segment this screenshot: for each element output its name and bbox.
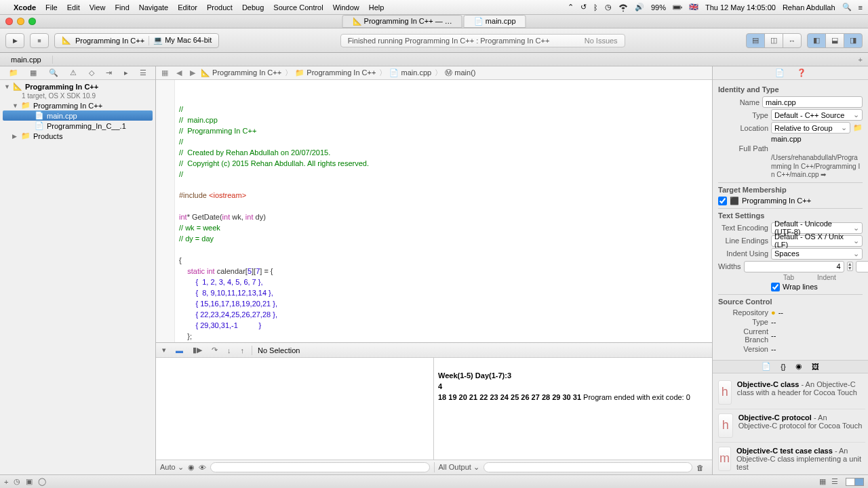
continue-button[interactable]: ▮▶ xyxy=(191,346,204,354)
menu-window[interactable]: Window xyxy=(333,3,359,12)
library-list[interactable]: hObjective-C class - An Objective-C clas… xyxy=(713,373,868,475)
variables-view[interactable] xyxy=(156,358,434,460)
file-inspector-tab[interactable]: 📄 xyxy=(775,68,785,77)
console-filter-field[interactable] xyxy=(484,462,692,472)
issue-navigator-icon[interactable]: ⚠ xyxy=(70,68,77,77)
file-template-lib-tab[interactable]: 📄 xyxy=(762,362,771,371)
tree-file-man[interactable]: 📄Programming_In_C__.1 xyxy=(3,121,153,131)
battery-icon[interactable] xyxy=(673,3,682,12)
line-endings-dropdown[interactable]: Default - OS X / Unix (LF) xyxy=(771,235,863,247)
assistant-editor-button[interactable]: ◫ xyxy=(764,33,783,48)
quick-help-tab[interactable]: ❓ xyxy=(797,68,806,77)
sync-icon[interactable]: ↺ xyxy=(580,3,587,12)
library-item[interactable]: mObjective-C test case class - An Object… xyxy=(715,443,865,475)
toggle-debug-button[interactable]: ⬓ xyxy=(825,33,844,48)
app-menu[interactable]: Xcode xyxy=(14,3,36,12)
breakpoint-navigator-icon[interactable]: ▸ xyxy=(124,68,128,77)
toggle-utilities-button[interactable]: ◨ xyxy=(844,33,863,48)
window-tab-project[interactable]: 📐 Programming In C++ — … xyxy=(342,15,462,28)
input-flag[interactable]: 🇬🇧 xyxy=(689,3,698,12)
menu-find[interactable]: Find xyxy=(115,3,129,12)
tree-group[interactable]: ▼📁Programming In C++ xyxy=(3,100,153,110)
crumb-file[interactable]: 📄 main.cpp xyxy=(389,68,442,78)
var-filter-icon[interactable]: ◉ xyxy=(188,463,195,472)
target-checkbox[interactable] xyxy=(718,197,727,205)
source-editor[interactable]: // // main.cpp // Programming In C++ // … xyxy=(156,80,712,342)
tree-project[interactable]: ▼📐Programming In C++ xyxy=(3,81,153,92)
wrap-lines-checkbox[interactable] xyxy=(771,283,780,291)
encoding-dropdown[interactable]: Default - Unicode (UTF-8) xyxy=(771,222,863,234)
menu-view[interactable]: View xyxy=(90,3,106,12)
close-window[interactable] xyxy=(5,18,13,25)
related-items-icon[interactable]: ▦ xyxy=(159,68,171,77)
clock[interactable]: Thu 12 May 14:05:00 xyxy=(705,3,776,12)
version-editor-button[interactable]: ↔ xyxy=(783,33,802,48)
user-name[interactable]: Rehan Abdullah xyxy=(783,3,835,12)
find-navigator-icon[interactable]: 🔍 xyxy=(49,68,58,77)
breakpoints-toggle[interactable]: ▬ xyxy=(174,346,185,354)
menu-debug[interactable]: Debug xyxy=(242,3,264,12)
crumb-group[interactable]: 📁 Programming In C++ xyxy=(295,68,387,78)
location-folder-icon[interactable]: 📁 xyxy=(853,123,863,132)
type-dropdown[interactable]: Default - C++ Source xyxy=(771,109,863,121)
symbol-navigator-icon[interactable]: ▦ xyxy=(30,68,37,77)
notification-center-icon[interactable]: ≡ xyxy=(859,3,863,12)
window-tab-file[interactable]: 📄 main.cpp xyxy=(464,15,526,28)
standard-editor-button[interactable]: ▤ xyxy=(746,33,765,48)
quicklook-icon[interactable]: 👁 xyxy=(199,464,206,472)
timemachine-icon[interactable]: ◷ xyxy=(605,3,612,12)
stop-button[interactable] xyxy=(30,33,49,48)
menu-file[interactable]: File xyxy=(45,3,58,12)
variable-filter-field[interactable] xyxy=(210,462,430,472)
console-output[interactable]: Week(1-5) Day(1-7):3 4 18 19 20 21 22 23… xyxy=(434,358,712,460)
project-navigator-icon[interactable]: 📁 xyxy=(9,68,18,77)
volume-icon[interactable]: 🔊 xyxy=(635,3,644,12)
minimize-window[interactable] xyxy=(17,18,24,25)
lib-view-grid-icon[interactable]: ▦ xyxy=(819,477,826,486)
location-dropdown[interactable]: Relative to Group xyxy=(771,122,850,134)
zoom-window[interactable] xyxy=(28,18,36,25)
test-navigator-icon[interactable]: ◇ xyxy=(89,68,94,77)
menu-navigate[interactable]: Navigate xyxy=(139,3,168,12)
indent-using-dropdown[interactable]: Spaces xyxy=(771,248,863,260)
auto-dropdown[interactable]: Auto ⌄ xyxy=(160,463,184,472)
dropbox-icon[interactable]: ⌃ xyxy=(568,3,574,12)
file-tab-main[interactable]: main.cpp xyxy=(0,56,53,64)
filter-field-icon[interactable]: ◯ xyxy=(38,477,46,486)
object-lib-tab[interactable]: ◉ xyxy=(795,362,802,371)
run-button[interactable] xyxy=(5,33,24,48)
step-into-button[interactable]: ↓ xyxy=(225,346,233,354)
filter-scm-icon[interactable]: ▣ xyxy=(26,477,33,486)
menu-help[interactable]: Help xyxy=(369,3,384,12)
lib-view-list-icon[interactable]: ☰ xyxy=(831,477,838,486)
tree-products[interactable]: ▶📁Products xyxy=(3,131,153,141)
code-snippet-lib-tab[interactable]: {} xyxy=(781,363,785,371)
library-item[interactable]: hObjective-C protocol - An Objective-C p… xyxy=(715,409,865,443)
tree-file-main[interactable]: 📄main.cpp xyxy=(3,110,153,121)
battery-percent[interactable]: 99% xyxy=(651,3,666,12)
bluetooth-icon[interactable]: ᛒ xyxy=(593,3,598,12)
tab-width-stepper[interactable]: ▲▼ xyxy=(847,262,853,271)
spotlight-icon[interactable]: 🔍 xyxy=(842,3,852,12)
wifi-icon[interactable] xyxy=(618,3,628,12)
library-item[interactable]: hObjective-C class - An Objective-C clas… xyxy=(715,376,865,409)
reveal-arrow-icon[interactable]: ➡ xyxy=(821,171,826,178)
lib-detail-toggle[interactable] xyxy=(846,478,864,486)
filter-recent-icon[interactable]: ◷ xyxy=(14,477,20,486)
jump-bar[interactable]: ▦ ◀ ▶ 📐 Programming In C++ 📁 Programming… xyxy=(156,66,712,80)
menu-edit[interactable]: Edit xyxy=(67,3,80,12)
step-over-button[interactable]: ↷ xyxy=(210,346,220,354)
name-field[interactable] xyxy=(762,96,863,108)
scheme-selector[interactable]: 📐 Programming In C++ 💻 My Mac 64-bit xyxy=(54,33,219,48)
menu-editor[interactable]: Editor xyxy=(178,3,197,12)
indent-width-field[interactable] xyxy=(856,261,868,272)
crumb-symbol[interactable]: Ⓜ main() xyxy=(445,68,475,78)
step-out-button[interactable]: ↑ xyxy=(239,346,247,354)
report-navigator-icon[interactable]: ☰ xyxy=(140,68,146,77)
menu-source-control[interactable]: Source Control xyxy=(273,3,323,12)
add-button[interactable]: + xyxy=(4,478,8,486)
tab-width-field[interactable] xyxy=(744,261,844,272)
menu-product[interactable]: Product xyxy=(207,3,233,12)
debug-navigator-icon[interactable]: ⇥ xyxy=(106,68,112,77)
media-lib-tab[interactable]: 🖼 xyxy=(812,363,819,371)
